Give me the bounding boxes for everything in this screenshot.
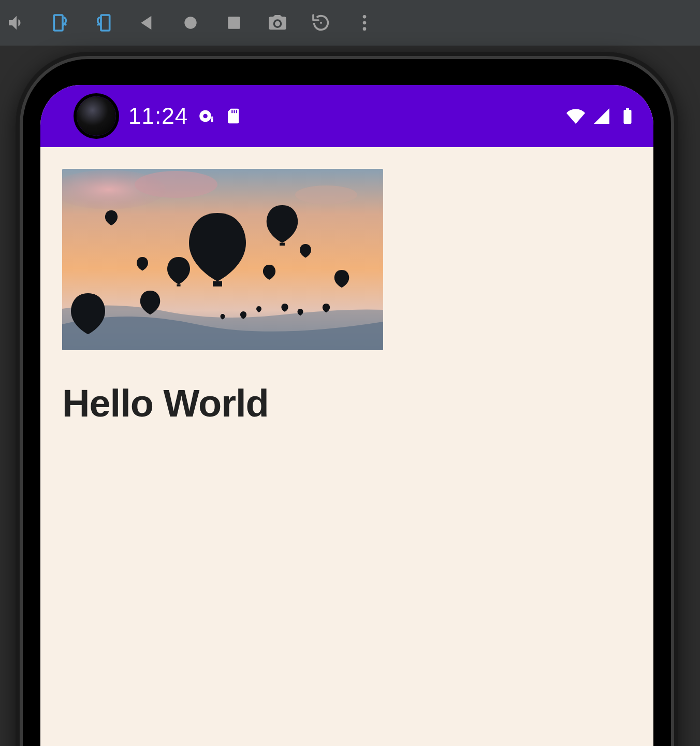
app-content: Hello World — [40, 147, 653, 447]
svg-point-15 — [295, 185, 357, 204]
home-icon[interactable] — [179, 11, 202, 34]
back-icon[interactable] — [136, 11, 158, 34]
rotate-left-icon[interactable] — [92, 11, 115, 34]
device-bezel: 11:24 — [28, 64, 666, 746]
svg-rect-3 — [228, 17, 240, 28]
sdcard-icon — [224, 107, 242, 125]
svg-rect-18 — [177, 284, 180, 286]
svg-rect-16 — [213, 281, 222, 286]
signal-icon — [592, 107, 611, 125]
volume-icon[interactable] — [5, 11, 28, 34]
hero-image — [62, 169, 383, 350]
svg-rect-17 — [280, 243, 285, 246]
front-camera — [77, 96, 116, 136]
restart-icon[interactable] — [310, 11, 332, 34]
overview-icon[interactable] — [223, 11, 245, 34]
svg-point-4 — [320, 22, 322, 24]
svg-point-9 — [203, 114, 208, 119]
device-frame: 11:24 — [16, 52, 678, 746]
page-title: Hello World — [62, 381, 632, 425]
rotate-right-icon[interactable] — [49, 11, 71, 34]
status-time: 11:24 — [128, 103, 188, 129]
wifi-icon — [566, 107, 585, 125]
disc-icon — [197, 107, 215, 125]
android-status-bar: 11:24 — [40, 85, 653, 147]
status-bar-right — [566, 107, 637, 125]
svg-point-11 — [211, 116, 213, 118]
svg-point-7 — [363, 27, 367, 31]
battery-icon — [618, 107, 637, 125]
svg-rect-10 — [211, 118, 213, 122]
svg-rect-0 — [54, 15, 63, 31]
emulator-stage: 11:24 — [0, 46, 700, 746]
device-screen: 11:24 — [40, 85, 653, 746]
svg-point-6 — [363, 21, 367, 25]
svg-point-5 — [363, 15, 367, 19]
more-icon[interactable] — [353, 11, 376, 34]
emulator-toolbar — [0, 0, 700, 46]
svg-point-2 — [184, 17, 196, 28]
status-bar-left: 11:24 — [128, 103, 242, 129]
screenshot-icon[interactable] — [266, 11, 289, 34]
svg-point-14 — [135, 171, 217, 198]
svg-rect-1 — [101, 15, 110, 31]
